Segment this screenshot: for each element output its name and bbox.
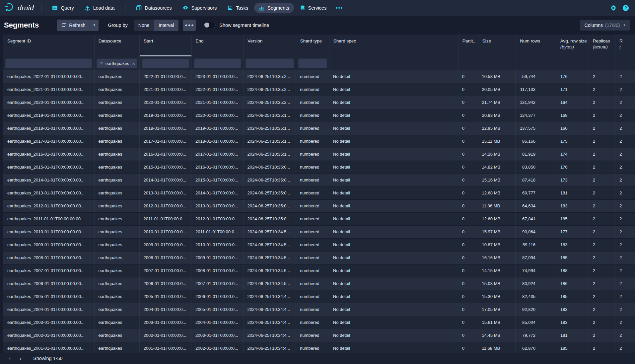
table-row[interactable]: earthquakes_2021-01-01T00:00:00.00...ear… — [3, 83, 635, 96]
group-by-label: Group by — [108, 23, 128, 28]
help-icon[interactable]: ? — [622, 5, 629, 11]
cell-shard_type: numbered — [296, 135, 329, 148]
column-header-shard_type[interactable]: Shard type — [296, 35, 329, 56]
nav-tab-tasks[interactable]: Tasks — [223, 3, 253, 13]
cell-end: 2016-01-01T00:00:0... — [191, 161, 243, 174]
cell-size: 20.93 MB — [478, 109, 516, 122]
cell-size: 10.87 MB — [478, 239, 516, 251]
cell-start: 2009-01-01T00:00:0... — [140, 239, 191, 251]
cell-num_rows: 79,772 — [516, 329, 556, 342]
column-header-replication_factor[interactable]: R( — [615, 35, 635, 56]
filter-input-end[interactable] — [194, 58, 242, 68]
cell-segment_id: earthquakes_2021-01-01T00:00:00.00... — [3, 83, 95, 96]
table-row[interactable]: earthquakes_2022-01-01T00:00:00.00...ear… — [3, 70, 635, 83]
cell-replicas: 2 — [589, 148, 615, 161]
cell-end: 2022-01-01T00:00:0... — [191, 83, 243, 96]
show-timeline-toggle[interactable] — [204, 22, 216, 28]
cell-start: 2018-01-01T00:00:0... — [140, 122, 191, 135]
filter-input-shard_type[interactable] — [298, 58, 327, 68]
table-row[interactable]: earthquakes_2020-01-01T00:00:00.00...ear… — [3, 96, 635, 109]
filter-input-start[interactable] — [142, 58, 189, 68]
column-header-segment_id[interactable]: Segment ID — [3, 35, 95, 56]
cell-segment_id: earthquakes_2005-01-01T00:00:00.00... — [3, 290, 95, 303]
cell-segment_id: earthquakes_2008-01-01T00:00:00.00... — [3, 252, 95, 264]
cell-num_rows: 82,435 — [516, 290, 556, 303]
table-row[interactable]: earthquakes_2012-01-01T00:00:00.00...ear… — [3, 200, 635, 213]
cell-version: 2024-06-25T10:34:5... — [244, 264, 296, 277]
table-row[interactable]: earthquakes_2019-01-01T00:00:00.00...ear… — [3, 109, 635, 122]
column-header-end[interactable]: End — [192, 35, 244, 56]
column-header-size[interactable]: Size — [478, 35, 516, 56]
column-header-start[interactable]: Start — [140, 35, 192, 56]
table-row[interactable]: earthquakes_2016-01-01T00:00:00.00...ear… — [3, 148, 635, 161]
table-row[interactable]: earthquakes_2014-01-01T00:00:00.00...ear… — [3, 174, 635, 187]
cell-num_rows: 117,133 — [516, 83, 556, 96]
nav-tab-load-data[interactable]: Load data — [80, 3, 119, 13]
next-page-button[interactable]: › — [15, 353, 26, 363]
group-by-option-interval[interactable]: Interval — [154, 20, 178, 31]
druid-logo-icon — [5, 3, 15, 13]
table-row[interactable]: earthquakes_2015-01-01T00:00:00.00...ear… — [3, 161, 635, 174]
filter-input-version[interactable] — [246, 58, 294, 68]
filter-tag-datasource[interactable]: earthquakes × — [97, 58, 137, 68]
cell-num_rows: 80,924 — [516, 277, 556, 290]
column-header-label: Avg. row size — [560, 38, 589, 43]
column-header-avg_row_size[interactable]: Avg. row size(bytes) — [556, 35, 589, 56]
cell-shard_spec: No detail — [329, 122, 458, 135]
nav-more-button[interactable]: ••• — [332, 5, 347, 11]
column-header-partition[interactable]: Partit... — [459, 35, 478, 56]
nav-tab-datasources[interactable]: Datasources — [131, 3, 176, 13]
cell-partition: 0 — [458, 264, 478, 277]
previous-page-button[interactable]: ‹ — [5, 353, 15, 363]
filter-clear-icon[interactable]: × — [132, 61, 135, 66]
cell-avg_row_size: 177 — [556, 226, 589, 238]
cell-avg_row_size: 181 — [556, 187, 589, 199]
table-row[interactable]: earthquakes_2018-01-01T00:00:00.00...ear… — [3, 122, 635, 135]
table-row[interactable]: earthquakes_2002-01-01T00:00:00.00...ear… — [3, 329, 635, 342]
cell-num_rows: 64,634 — [516, 200, 556, 212]
column-header-datasource[interactable]: Datasource — [95, 35, 140, 56]
cell-shard_type: numbered — [296, 277, 329, 290]
cell-size: 22.95 MB — [478, 122, 516, 135]
cell-replicas: 2 — [589, 252, 615, 264]
group-by-option-none[interactable]: None — [134, 20, 154, 31]
nav-tab-segments[interactable]: Segments — [254, 3, 294, 13]
column-header-num_rows[interactable]: Num rows — [516, 35, 556, 56]
cell-start: 2013-01-01T00:00:0... — [140, 187, 191, 199]
table-row[interactable]: earthquakes_2017-01-01T00:00:00.00...ear… — [3, 135, 635, 148]
table-row[interactable]: earthquakes_2008-01-01T00:00:00.00...ear… — [3, 252, 635, 264]
refresh-button[interactable]: Refresh — [57, 20, 90, 31]
settings-gear-icon[interactable] — [610, 5, 617, 11]
cell-replication_factor: 2 — [615, 316, 635, 329]
more-actions-button[interactable]: ●●● — [183, 20, 196, 31]
nav-tab-services[interactable]: Services — [295, 3, 331, 13]
cell-num_rows: 131,942 — [516, 96, 556, 109]
column-header-replicas[interactable]: Replicas(actual) — [589, 35, 615, 56]
nav-tab-query[interactable]: Query — [47, 3, 79, 13]
column-header-version[interactable]: Version — [244, 35, 296, 56]
filter-cell-partition — [459, 56, 478, 70]
table-row[interactable]: earthquakes_2005-01-01T00:00:00.00...ear… — [3, 290, 635, 303]
columns-button[interactable]: Columns (17/20) ▾ — [580, 20, 630, 31]
load-data-icon — [85, 5, 90, 11]
cell-replicas: 2 — [589, 277, 615, 290]
filter-cell-version — [244, 56, 296, 70]
table-row[interactable]: earthquakes_2010-01-01T00:00:00.00...ear… — [3, 226, 635, 239]
cell-end: 2021-01-01T00:00:0... — [191, 96, 243, 109]
table-row[interactable]: earthquakes_2003-01-01T00:00:00.00...ear… — [3, 316, 635, 329]
table-row[interactable]: earthquakes_2011-01-01T00:00:00.00...ear… — [3, 213, 635, 226]
segments-toolbar: Segments Refresh ▾ Group by NoneInterval… — [0, 16, 635, 35]
table-row[interactable]: earthquakes_2013-01-01T00:00:00.00...ear… — [3, 187, 635, 200]
cell-avg_row_size: 188 — [556, 264, 589, 277]
table-row[interactable]: earthquakes_2004-01-01T00:00:00.00...ear… — [3, 303, 635, 316]
filter-input-segment_id[interactable] — [5, 58, 92, 68]
druid-logo[interactable]: druid — [5, 3, 34, 13]
column-header-shard_spec[interactable]: Shard spec — [329, 35, 459, 56]
cell-segment_id: earthquakes_2017-01-01T00:00:00.00... — [3, 135, 95, 148]
nav-tab-supervisors[interactable]: Supervisors — [178, 3, 222, 13]
cell-avg_row_size: 183 — [556, 239, 589, 251]
table-row[interactable]: earthquakes_2009-01-01T00:00:00.00...ear… — [3, 239, 635, 252]
refresh-options-button[interactable]: ▾ — [90, 20, 99, 31]
table-row[interactable]: earthquakes_2007-01-01T00:00:00.00...ear… — [3, 264, 635, 277]
table-row[interactable]: earthquakes_2006-01-01T00:00:00.00...ear… — [3, 277, 635, 290]
